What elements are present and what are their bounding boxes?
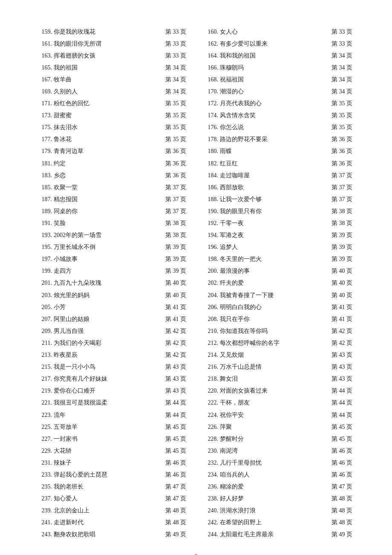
list-item: 217.你究竟有几个好妹妹第 43 页 bbox=[34, 373, 192, 385]
list-item: 175.抹去泪水第 35 页 bbox=[34, 121, 192, 133]
list-item: 227.一封家书第 45 页 bbox=[34, 433, 192, 445]
entry-title: 南泥湾 bbox=[220, 446, 331, 456]
entry-title: 五哥放羊 bbox=[54, 422, 165, 432]
entry-title: 干杯，朋友 bbox=[220, 398, 331, 408]
entry-page: 第 44 页 bbox=[331, 410, 358, 420]
list-item: 160.女人心第 33 页 bbox=[200, 26, 358, 38]
list-item: 174.风含情水含笑第 35 页 bbox=[200, 110, 358, 121]
entry-page: 第 47 页 bbox=[165, 494, 192, 503]
entry-title: 我是一只小小鸟 bbox=[54, 362, 165, 372]
entry-number: 160. bbox=[200, 27, 220, 37]
entry-page: 第 35 页 bbox=[165, 134, 192, 144]
entry-title: 抹去泪水 bbox=[54, 122, 165, 132]
entry-number: 168. bbox=[200, 75, 220, 84]
entry-number: 180. bbox=[200, 146, 220, 156]
entry-title: 西部放歌 bbox=[220, 182, 331, 192]
entry-number: 196. bbox=[200, 242, 220, 252]
entry-number: 226. bbox=[200, 422, 220, 432]
entry-title: 走进新时代 bbox=[54, 517, 165, 527]
entry-title: 昨夜星辰 bbox=[54, 350, 165, 360]
entry-page: 第 49 页 bbox=[165, 529, 192, 539]
entry-number: 185. bbox=[34, 182, 54, 192]
entry-page: 第 34 页 bbox=[331, 87, 358, 96]
entry-page: 第 34 页 bbox=[165, 63, 192, 72]
list-item: 207.阿里山的姑娘第 41 页 bbox=[34, 313, 192, 325]
entry-title: 军港之夜 bbox=[220, 230, 331, 240]
list-item: 234.咱当兵的人第 46 页 bbox=[200, 468, 358, 480]
entry-title: 久别的人 bbox=[54, 87, 165, 96]
entry-title: 好人好梦 bbox=[220, 494, 331, 503]
list-item: 206.明明白白我的心第 41 页 bbox=[200, 301, 358, 313]
entry-number: 236. bbox=[200, 482, 220, 491]
entry-title: 你究竟有几个好妹妹 bbox=[54, 374, 165, 384]
entry-number: 181. bbox=[34, 159, 54, 168]
entry-page: 第 37 页 bbox=[331, 194, 358, 204]
entry-title: 翻身农奴把歌唱 bbox=[54, 529, 165, 539]
entry-number: 194. bbox=[200, 230, 220, 240]
entry-number: 207. bbox=[34, 314, 54, 324]
list-item: 193.2002年的第一场雪第 38 页 bbox=[34, 229, 192, 241]
entry-title: 女人心 bbox=[220, 27, 331, 37]
entry-title: 每次都想呼喊你的名字 bbox=[220, 338, 331, 348]
list-item: 230.南泥湾第 46 页 bbox=[200, 445, 358, 457]
entry-number: 202. bbox=[200, 278, 220, 288]
entry-page: 第 45 页 bbox=[331, 422, 358, 432]
entry-page: 第 33 页 bbox=[331, 39, 358, 49]
entry-title: 我很丑可是我很温柔 bbox=[54, 398, 165, 408]
entry-number: 161. bbox=[34, 39, 54, 49]
entry-title: 约定 bbox=[54, 159, 165, 168]
entry-page: 第 43 页 bbox=[331, 350, 358, 360]
list-item: 233.弹起我心爱的土琵琶第 46 页 bbox=[34, 468, 192, 480]
entry-title: 男儿当自强 bbox=[54, 326, 165, 336]
entry-page: 第 39 页 bbox=[165, 242, 192, 252]
list-item: 185.欢聚一堂第 37 页 bbox=[34, 181, 192, 193]
entry-title: 2002年的第一场雪 bbox=[54, 230, 165, 240]
entry-page: 第 35 页 bbox=[165, 98, 192, 108]
entry-page: 第 34 页 bbox=[165, 75, 192, 84]
list-item: 235.我的老班长第 47 页 bbox=[34, 481, 192, 493]
entry-page: 第 41 页 bbox=[331, 302, 358, 312]
entry-title: 萍聚 bbox=[220, 422, 331, 432]
entry-number: 204. bbox=[200, 290, 220, 300]
entry-title: 追梦人 bbox=[220, 242, 331, 252]
entry-title: 弹起我心爱的土琵琶 bbox=[54, 470, 165, 480]
entry-number: 176. bbox=[200, 122, 220, 132]
entry-page: 第 42 页 bbox=[331, 338, 358, 348]
list-item: 204.我被青春撞了一下腰第 40 页 bbox=[200, 289, 358, 301]
entry-number: 206. bbox=[200, 302, 220, 312]
entry-page: 第 40 页 bbox=[165, 278, 192, 288]
list-item: 165.我的祖国第 34 页 bbox=[34, 61, 192, 73]
entry-page: 第 46 页 bbox=[165, 470, 192, 480]
entry-page: 第 40 页 bbox=[331, 278, 358, 288]
list-item: 186.西部放歌第 37 页 bbox=[200, 181, 358, 193]
entry-title: 我的老班长 bbox=[54, 482, 165, 491]
entry-title: 儿行千里母担忧 bbox=[220, 458, 331, 468]
entry-page: 第 38 页 bbox=[165, 230, 192, 240]
entry-title: 烛光里的妈妈 bbox=[54, 290, 165, 300]
list-item: 216.万水千山总是情第 43 页 bbox=[200, 361, 358, 373]
entry-page: 第 42 页 bbox=[331, 326, 358, 336]
list-item: 187.精忠报国第 37 页 bbox=[34, 193, 192, 205]
entry-page: 第 47 页 bbox=[331, 482, 358, 491]
entry-number: 224. bbox=[200, 410, 220, 420]
entry-title: 北京的金山上 bbox=[54, 506, 165, 515]
entry-number: 220. bbox=[200, 386, 220, 396]
entry-number: 217. bbox=[34, 374, 54, 384]
entry-page: 第 43 页 bbox=[331, 374, 358, 384]
entry-number: 200. bbox=[200, 266, 220, 276]
entry-page: 第 43 页 bbox=[165, 362, 192, 372]
entry-title: 万里长城永不倒 bbox=[54, 242, 165, 252]
entry-page: 第 37 页 bbox=[331, 171, 358, 180]
entry-number: 212. bbox=[200, 338, 220, 348]
entry-title: 祝你平安 bbox=[220, 410, 331, 420]
list-item: 191.笑脸第 38 页 bbox=[34, 217, 192, 229]
entry-number: 208. bbox=[200, 314, 220, 324]
entry-number: 197. bbox=[34, 254, 54, 264]
entry-number: 192. bbox=[200, 218, 220, 228]
list-item: 237.知心爱人第 47 页 bbox=[34, 493, 192, 505]
entry-number: 238. bbox=[200, 494, 220, 503]
list-item: 201.九百九十九朵玫瑰第 40 页 bbox=[34, 277, 192, 289]
entry-title: 红豆红 bbox=[220, 159, 331, 168]
entry-number: 169. bbox=[34, 87, 54, 96]
entry-title: 欢聚一堂 bbox=[54, 182, 165, 192]
